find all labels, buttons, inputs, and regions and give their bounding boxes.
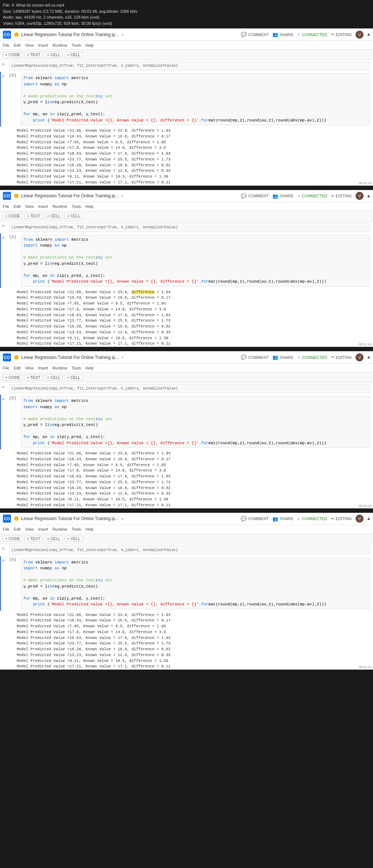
notebook-menubar: FileEditViewInsertRuntimeToolsHelp xyxy=(0,202,373,211)
chevron-up-icon[interactable]: ▲ xyxy=(367,354,370,360)
comment-button[interactable]: 💬 COMMENT xyxy=(241,516,269,522)
output-line: Model Predicted Value =23.77, Known Valu… xyxy=(17,157,373,163)
cell-main-code[interactable]: from sklearn import metrics import numpy… xyxy=(21,73,370,125)
toolbar-btn-1[interactable]: + TEXT xyxy=(24,52,42,58)
chevron-up-icon[interactable]: ▲ xyxy=(367,193,370,199)
notebook-frame-2: CO C Linear Regression Tutorial For Onli… xyxy=(0,190,373,347)
comment-button[interactable]: 💬 COMMENT xyxy=(241,32,269,37)
toolbar-btn-2[interactable]: + CELL xyxy=(45,213,63,219)
output-line: Model Predicted Value =17.8, Known Value… xyxy=(17,307,373,313)
cell-main-header: ▷ [5] from sklearn import metrics import… xyxy=(3,558,370,609)
cell-top-code[interactable]: LinearRegression(copy_X=True, fit_interc… xyxy=(9,546,370,555)
star-icon[interactable]: ★ xyxy=(121,354,123,360)
toolbar-btn-2[interactable]: + CELL xyxy=(45,375,63,380)
menu-item-file[interactable]: File xyxy=(3,43,9,47)
toolbar-btn-3[interactable]: + CELL xyxy=(65,213,83,219)
toolbar-btn-2[interactable]: + CELL xyxy=(45,52,63,58)
output-line: Model Predicted Value =16.43, Known Valu… xyxy=(17,134,373,140)
cell-main-code[interactable]: from sklearn import metrics import numpy… xyxy=(21,558,370,609)
star-icon[interactable]: ★ xyxy=(121,32,123,37)
notebook-menubar: FileEditViewInsertRuntimeToolsHelp xyxy=(0,364,373,372)
toolbar-btn-0[interactable]: + CODE xyxy=(3,52,22,58)
run-cell-button[interactable]: ▷ xyxy=(3,396,8,401)
menu-item-tools[interactable]: Tools xyxy=(72,43,81,47)
output-line: Model Predicted Value =7.65, Known Value… xyxy=(17,301,373,307)
comment-button[interactable]: 💬 COMMENT xyxy=(241,354,269,360)
pencil-icon: ✏ xyxy=(331,32,334,37)
menu-item-runtime[interactable]: Runtime xyxy=(52,43,67,47)
cell-main-header: ▷ [5] from sklearn import metrics import… xyxy=(3,396,370,448)
menu-item-insert[interactable]: Insert xyxy=(38,366,48,370)
menu-item-file[interactable]: File xyxy=(3,204,9,209)
toolbar-btn-2[interactable]: + CELL xyxy=(45,536,63,542)
menu-item-view[interactable]: View xyxy=(25,204,34,209)
menu-item-view[interactable]: View xyxy=(25,43,34,47)
check-icon: ✓ xyxy=(297,516,301,521)
cell-top-code[interactable]: LinearRegression(copy_X=True, fit_interc… xyxy=(9,223,370,232)
menu-item-help[interactable]: Help xyxy=(86,527,94,531)
run-button[interactable]: ▷ xyxy=(3,223,8,228)
menu-item-edit[interactable]: Edit xyxy=(14,43,21,47)
toolbar-btn-1[interactable]: + TEXT xyxy=(24,536,42,542)
menu-item-edit[interactable]: Edit xyxy=(14,204,21,209)
run-button[interactable]: ▷ xyxy=(3,384,8,389)
toolbar-btn-3[interactable]: + CELL xyxy=(65,536,83,542)
menu-item-insert[interactable]: Insert xyxy=(38,43,48,47)
menu-item-runtime[interactable]: Runtime xyxy=(52,204,67,209)
co-logo: CO xyxy=(3,515,11,523)
comment-button[interactable]: 💬 COMMENT xyxy=(241,193,269,199)
cell-main: ▷ [5] from sklearn import metrics import… xyxy=(0,72,373,127)
menu-item-view[interactable]: View xyxy=(25,366,34,370)
cell-main: ▷ [5] from sklearn import metrics import… xyxy=(0,556,373,611)
output-line: Model Predicted Value =23.77, Known Valu… xyxy=(17,641,373,647)
share-button[interactable]: 👥 SHARE xyxy=(272,354,294,360)
toolbar-btn-3[interactable]: + CELL xyxy=(65,375,83,380)
star-icon[interactable]: ★ xyxy=(121,516,123,522)
menu-item-tools[interactable]: Tools xyxy=(72,527,81,531)
action-buttons: 💬 COMMENT 👥 SHARE ✓ CONNECTED ✏ EDITING … xyxy=(241,31,370,39)
cell-top-header: ▷ LinearRegression(copy_X=True, fit_inte… xyxy=(3,223,370,232)
cell-top-code[interactable]: LinearRegression(copy_X=True, fit_interc… xyxy=(9,61,370,70)
notebook-topbar: CO C Linear Regression Tutorial For Onli… xyxy=(0,351,373,364)
toolbar-btn-1[interactable]: + TEXT xyxy=(24,375,42,380)
share-button[interactable]: 👥 SHARE xyxy=(272,193,294,199)
menu-item-runtime[interactable]: Runtime xyxy=(52,366,67,370)
run-button[interactable]: ▷ xyxy=(3,62,8,66)
toolbar-btn-0[interactable]: + CODE xyxy=(3,213,22,219)
menu-item-help[interactable]: Help xyxy=(86,43,94,47)
share-button[interactable]: 👥 SHARE xyxy=(272,32,294,37)
menu-item-edit[interactable]: Edit xyxy=(14,527,21,531)
run-cell-button[interactable]: ▷ xyxy=(3,74,8,78)
cell-main-code[interactable]: from sklearn import metrics import numpy… xyxy=(21,396,370,448)
run-button[interactable]: ▷ xyxy=(3,546,8,551)
output-line: Model Predicted Value =17.8, Known Value… xyxy=(17,629,373,635)
title-area: C Linear Regression Tutorial For Online … xyxy=(14,32,238,37)
output-line: Model Predicted Value =16.28, Known Valu… xyxy=(17,485,373,491)
output-line: Model Predicted Value =16.43, Known Valu… xyxy=(17,618,373,624)
output-line: Model Predicted Value =18.63, Known Valu… xyxy=(17,151,373,157)
run-cell-button[interactable]: ▷ xyxy=(3,558,8,563)
frame-timestamp: 00:01:04 xyxy=(359,504,372,508)
menu-item-help[interactable]: Help xyxy=(86,204,94,209)
toolbar-btn-1[interactable]: + TEXT xyxy=(24,213,42,219)
menu-item-tools[interactable]: Tools xyxy=(72,366,81,370)
menu-item-view[interactable]: View xyxy=(25,527,34,531)
menu-item-edit[interactable]: Edit xyxy=(14,366,21,370)
star-icon[interactable]: ★ xyxy=(121,193,123,199)
toolbar-btn-0[interactable]: + CODE xyxy=(3,536,22,542)
chevron-up-icon[interactable]: ▲ xyxy=(367,32,370,37)
menu-item-file[interactable]: File xyxy=(3,527,9,531)
cell-main-code[interactable]: from sklearn import metrics import numpy… xyxy=(21,235,370,287)
toolbar-btn-3[interactable]: + CELL xyxy=(65,52,83,58)
share-button[interactable]: 👥 SHARE xyxy=(272,516,294,522)
run-cell-button[interactable]: ▷ xyxy=(3,235,8,240)
menu-item-insert[interactable]: Insert xyxy=(38,527,48,531)
menu-item-insert[interactable]: Insert xyxy=(38,204,48,209)
chevron-up-icon[interactable]: ▲ xyxy=(367,516,370,522)
menu-item-tools[interactable]: Tools xyxy=(72,204,81,209)
cell-top-code[interactable]: LinearRegression(copy_X=True, fit_interc… xyxy=(9,384,370,393)
menu-item-runtime[interactable]: Runtime xyxy=(52,527,67,531)
toolbar-btn-0[interactable]: + CODE xyxy=(3,375,22,380)
menu-item-help[interactable]: Help xyxy=(86,366,94,370)
menu-item-file[interactable]: File xyxy=(3,366,9,370)
